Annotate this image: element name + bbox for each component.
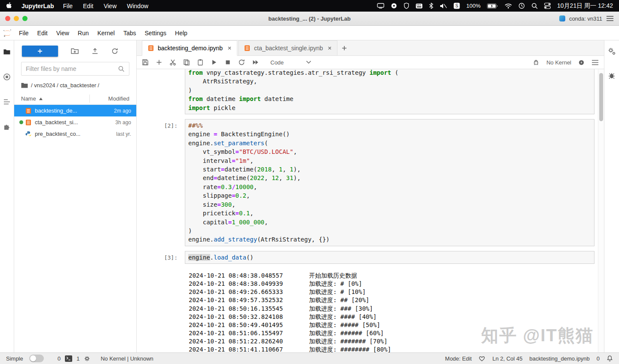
statusbar-filename: backtesting_demo.ipynb (530, 355, 590, 362)
breadcrumb[interactable]: / vns2024 / cta_backtester / (14, 76, 136, 93)
heart-icon[interactable] (478, 355, 485, 362)
notebook-scrollbar[interactable] (598, 69, 604, 352)
file-row[interactable]: pre_backtest_co...last yr. (14, 128, 136, 140)
notebook-cell[interactable]: [3]:engine.load_data() (137, 249, 598, 266)
debugger-sidebar-icon[interactable] (608, 72, 616, 80)
code-token: 2018 (257, 166, 272, 173)
stop-kernel-icon[interactable] (224, 59, 231, 66)
column-modified[interactable]: Modified (108, 95, 129, 102)
file-browser-icon[interactable] (3, 48, 11, 56)
debugger-bug-icon[interactable] (533, 59, 539, 66)
save-icon[interactable] (142, 59, 149, 66)
toolbar-menu-icon[interactable] (591, 60, 599, 65)
breadcrumb-path[interactable]: / vns2024 / cta_backtester / (31, 82, 99, 89)
terminal-icon[interactable] (65, 355, 72, 362)
new-folder-icon[interactable] (71, 48, 79, 55)
file-list-header[interactable]: Name Modified (14, 93, 136, 105)
file-name: backtesting_de... (35, 107, 77, 114)
add-cell-icon[interactable] (156, 59, 162, 66)
document-tab[interactable]: cta_backtest_single.ipynb (238, 40, 337, 55)
code-token: AtrRsiStrategy, (188, 78, 257, 85)
time-machine-icon[interactable] (518, 3, 525, 9)
restart-kernel-icon[interactable] (238, 59, 245, 66)
scrollbar-thumb[interactable] (599, 73, 603, 121)
wifi-icon[interactable] (505, 3, 512, 9)
zoom-window-button[interactable] (22, 16, 28, 21)
notebook-file-icon (25, 107, 32, 114)
menubar-clock[interactable]: 10月21日 周一 12:42 (557, 2, 613, 10)
output-timestamp: 2024-10-21 08:49:26.665333 (189, 288, 309, 296)
code-token: import (369, 69, 391, 76)
spotlight-icon[interactable] (531, 3, 538, 9)
bell-icon[interactable] (607, 355, 613, 362)
cut-cell-icon[interactable] (169, 59, 176, 66)
disc-icon[interactable] (391, 3, 397, 9)
menu-settings[interactable]: Settings (141, 26, 171, 40)
new-launcher-button[interactable] (22, 46, 58, 57)
tab-close-icon[interactable] (226, 45, 233, 52)
cursor-position[interactable]: Ln 2, Col 45 (492, 355, 522, 362)
cell-editor[interactable]: engine.load_data() (185, 251, 594, 264)
window-menu-icon[interactable] (606, 15, 614, 21)
menu-tabs[interactable]: Tabs (119, 26, 141, 40)
cell-editor[interactable]: ##%%engine = BacktestingEngine()engine.s… (185, 119, 594, 246)
macos-menu-view[interactable]: View (104, 3, 116, 9)
minimize-window-button[interactable] (14, 16, 19, 21)
run-cell-icon[interactable] (211, 59, 218, 66)
output-message: 加载进度: ##### [50%] (309, 321, 380, 328)
screen-mirroring-icon[interactable] (377, 3, 384, 9)
kernel-status-icon[interactable] (578, 59, 585, 66)
copy-cell-icon[interactable] (183, 59, 190, 66)
menu-edit[interactable]: Edit (33, 26, 52, 40)
notebook-cell[interactable]: [2]:##%%engine = BacktestingEngine()engi… (137, 117, 598, 249)
bluetooth-icon[interactable] (429, 3, 433, 9)
tab-close-icon[interactable] (326, 45, 333, 52)
property-inspector-icon[interactable] (608, 47, 616, 55)
menu-file[interactable]: File (15, 26, 33, 40)
kernel-name[interactable]: No Kernel (546, 59, 571, 66)
cell-editor[interactable]: from vnpy_ctastrategy.strategies.atr_rsi… (185, 69, 594, 114)
refresh-icon[interactable] (111, 48, 118, 55)
macos-menu-file[interactable]: File (63, 3, 73, 9)
menu-run[interactable]: Run (74, 26, 93, 40)
table-of-contents-icon[interactable] (3, 98, 11, 106)
running-sessions-icon[interactable] (3, 73, 11, 81)
code-token: 12 (272, 174, 279, 181)
shield-icon[interactable] (404, 3, 409, 9)
document-tab[interactable]: backtesting_demo.ipynb (142, 40, 237, 56)
file-browser-panel: / vns2024 / cta_backtester / Name Modifi… (14, 40, 137, 352)
upload-icon[interactable] (92, 48, 98, 55)
input-source-icon[interactable]: S (454, 3, 460, 9)
window-titlebar[interactable]: backtesting_... (2) - JupyterLab conda: … (0, 12, 619, 26)
filter-files-box[interactable] (21, 62, 129, 76)
menu-view[interactable]: View (52, 26, 74, 40)
filter-files-input[interactable] (26, 65, 118, 72)
control-center-icon[interactable] (544, 3, 551, 9)
macos-app-name[interactable]: JupyterLab (21, 3, 54, 9)
menu-kernel[interactable]: Kernel (93, 26, 119, 40)
apple-menu-icon[interactable] (6, 2, 12, 9)
simple-mode-toggle[interactable] (29, 355, 44, 362)
column-name[interactable]: Name (21, 95, 36, 102)
macos-menu-edit[interactable]: Edit (83, 3, 93, 9)
notebook-panel[interactable]: from vnpy_ctastrategy.strategies.atr_rsi… (137, 69, 604, 352)
notebook-cell[interactable]: from vnpy_ctastrategy.strategies.atr_rsi… (137, 69, 598, 117)
menu-help[interactable]: Help (171, 26, 192, 40)
kernel-sessions-icon[interactable] (84, 355, 90, 362)
output-timestamp: 2024-10-21 08:51:22.826240 (189, 337, 309, 346)
file-row[interactable]: cta_backtest_si...3h ago (14, 116, 136, 128)
restart-run-all-icon[interactable] (252, 59, 259, 66)
file-row[interactable]: backtesting_de...2m ago (14, 105, 136, 116)
paste-cell-icon[interactable] (197, 59, 204, 66)
code-token: engine (188, 131, 214, 138)
add-tab-button[interactable] (337, 40, 351, 55)
cell-type-dropdown[interactable]: Code (270, 59, 312, 66)
output-message: 加载进度: ######## [80%] (309, 346, 391, 352)
battery-icon[interactable] (487, 3, 498, 9)
close-window-button[interactable] (5, 16, 10, 21)
kernel-status-text[interactable]: No Kernel | Unknown (101, 355, 153, 362)
volume-mute-icon[interactable] (440, 3, 447, 9)
macos-menu-window[interactable]: Window (127, 3, 148, 9)
extension-manager-icon[interactable] (3, 123, 11, 131)
keyboard-icon[interactable] (416, 3, 423, 9)
